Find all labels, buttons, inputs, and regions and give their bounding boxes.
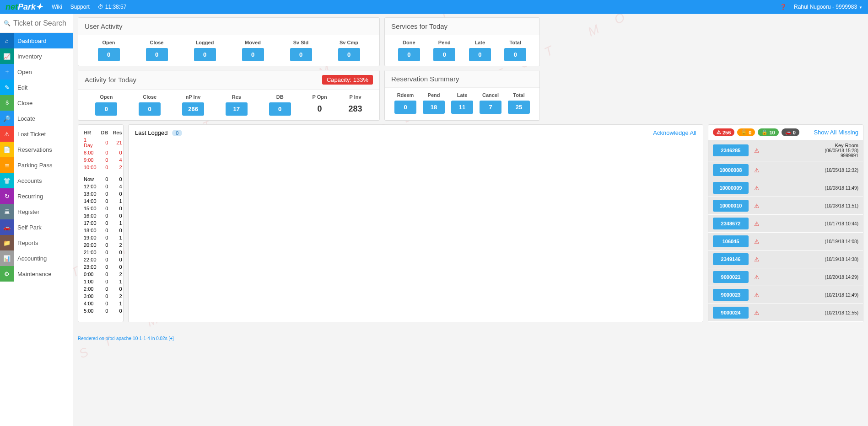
missing-panel: ⚠ 256 🔓 0 🔒 10 🚗 0 Show All Missing 2346… <box>708 124 863 322</box>
stat-p-opn: P Opn0 <box>312 94 327 116</box>
stat-value[interactable]: 18 <box>423 101 445 114</box>
sidebar-item-register[interactable]: 🏛Register <box>0 204 73 219</box>
table-row: 18:0000 <box>82 227 124 234</box>
stat-late: Late0 <box>469 40 491 61</box>
table-row: 3:0002 <box>82 293 124 299</box>
stat-value[interactable]: 17 <box>226 102 248 116</box>
maintenance-icon: ⚙ <box>0 266 14 282</box>
warning-icon: ⚠ <box>754 238 760 245</box>
ticket-button[interactable]: 2346285 <box>713 144 749 156</box>
sidebar-item-reservations[interactable]: 📄Reservations <box>0 142 73 157</box>
sidebar-item-locate[interactable]: 🔎Locate <box>0 111 73 126</box>
stat-value[interactable]: 7 <box>480 101 501 114</box>
ticket-button[interactable]: 2348672 <box>713 218 749 229</box>
sidebar-item-parking-pass[interactable]: ≣Parking Pass <box>0 157 73 173</box>
stat-value[interactable]: 0 <box>269 102 291 116</box>
sidebar-item-close[interactable]: ＄Close <box>0 95 73 111</box>
ticket-button[interactable]: 9000024 <box>713 307 749 319</box>
stat-value[interactable]: 0 <box>290 48 312 61</box>
sidebar-item-label: Reservations <box>14 146 52 153</box>
reservation-summary-panel: Reservation Summary Rdeem0Pend18Late11Ca… <box>384 70 540 121</box>
car-badge[interactable]: 🚗 0 <box>782 128 799 136</box>
sidebar-item-recurring[interactable]: ↻Recurring <box>0 188 73 204</box>
table-row: 1 Day021 <box>82 137 124 149</box>
stat-close: Close0 <box>139 94 161 116</box>
accounts-icon: 👕 <box>0 173 14 188</box>
stat-value[interactable]: 0 <box>394 101 416 114</box>
search-input[interactable] <box>13 19 69 27</box>
stat-value[interactable]: 0 <box>398 48 420 61</box>
table-row: 16:0000 <box>82 213 124 219</box>
stat-rdeem: Rdeem0 <box>394 92 416 114</box>
sidebar-item-lost-ticket[interactable]: ⚠Lost Ticket <box>0 126 73 142</box>
stat-value[interactable]: 266 <box>182 102 204 116</box>
ticket-button[interactable]: 106045 <box>713 235 749 247</box>
support-link[interactable]: Support <box>70 4 90 10</box>
ticket-button[interactable]: 10000009 <box>713 182 749 194</box>
stat-value[interactable]: 0 <box>469 48 491 61</box>
topbar: netPark✦ Wiki Support 11:38:57 Rahul Nug… <box>0 0 868 14</box>
sidebar-item-self-park[interactable]: 🚗Self Park <box>0 219 73 235</box>
alert-badge[interactable]: ⚠ 256 <box>713 128 734 136</box>
missing-meta: (10/21/18 12:55) <box>825 310 858 315</box>
recurring-icon: ↻ <box>0 188 14 204</box>
stat-value[interactable]: 0 <box>504 48 526 61</box>
stat-value[interactable]: 0 <box>139 102 161 116</box>
stat-value[interactable]: 0 <box>433 48 455 61</box>
missing-row: 10000009⚠(10/08/18 11:49) <box>708 179 863 197</box>
ticket-button[interactable]: 2349146 <box>713 253 749 265</box>
stat-value: 0 <box>318 102 322 116</box>
sidebar-item-accounts[interactable]: 👕Accounts <box>0 173 73 188</box>
sidebar-item-reports[interactable]: 📁Reports <box>0 235 73 250</box>
stat-value[interactable]: 11 <box>451 101 473 114</box>
missing-row: 2348672⚠(10/17/18 10:44) <box>708 215 863 233</box>
ticket-button[interactable]: 9000021 <box>713 271 749 283</box>
stat-db: DB0 <box>269 94 291 116</box>
sidebar-item-label: Inventory <box>14 53 42 60</box>
missing-meta: (10/05/18 12:32) <box>825 168 858 173</box>
edit-icon: ✎ <box>0 80 14 95</box>
show-all-missing-link[interactable]: Show All Missing <box>814 129 858 136</box>
sidebar-item-inventory[interactable]: 📈Inventory <box>0 48 73 64</box>
sidebar-item-open[interactable]: ＋Open <box>0 64 73 80</box>
table-row: 9:0004 <box>82 157 124 163</box>
sidebar-item-label: Edit <box>14 84 27 91</box>
stat-done: Done0 <box>398 40 420 61</box>
stat-value[interactable]: 0 <box>194 48 216 61</box>
ticket-button[interactable]: 10000008 <box>713 164 749 176</box>
sidebar-item-accounting[interactable]: 📊Accounting <box>0 250 73 266</box>
table-row: 21:0000 <box>82 249 124 256</box>
hr-table: HRDBRes1 Day0218:00009:000410:0002Now001… <box>81 128 125 315</box>
sidebar: ⌂Dashboard📈Inventory＋Open✎Edit＄Close🔎Loc… <box>0 14 73 426</box>
missing-meta: (10/08/18 11:51) <box>825 203 858 208</box>
stat-cancel: Cancel7 <box>480 92 501 114</box>
missing-row: 106045⚠(10/19/18 14:08) <box>708 233 863 250</box>
user-menu[interactable]: Rahul Nugooru - 9999983 <box>794 4 863 10</box>
search-icon <box>4 20 11 27</box>
unlocked-badge[interactable]: 🔓 0 <box>737 128 755 136</box>
missing-row: 9000024⚠(10/21/18 12:55) <box>708 304 863 322</box>
help-icon[interactable] <box>780 4 787 10</box>
services-today-panel: Services for Today Done0Pend0Late0Total0 <box>384 17 540 66</box>
table-row: 15:0000 <box>82 205 124 212</box>
stat-value[interactable]: 0 <box>242 48 264 61</box>
stat-value[interactable]: 0 <box>95 102 117 116</box>
close-icon: ＄ <box>0 95 14 111</box>
sidebar-item-label: Accounting <box>14 255 47 262</box>
stat-close: Close0 <box>146 40 168 61</box>
stat-value[interactable]: 0 <box>146 48 168 61</box>
sidebar-item-dashboard[interactable]: ⌂Dashboard <box>0 33 73 48</box>
locked-badge[interactable]: 🔒 10 <box>758 128 778 136</box>
ticket-button[interactable]: 9000023 <box>713 289 749 301</box>
missing-meta: Key Room(06/05/18 15:28)9999991 <box>825 143 858 158</box>
acknowledge-all-link[interactable]: Acknowledge All <box>653 129 696 136</box>
sidebar-item-maintenance[interactable]: ⚙Maintenance <box>0 266 73 282</box>
stat-value[interactable]: 0 <box>338 48 360 61</box>
ticket-button[interactable]: 10000010 <box>713 200 749 212</box>
stat-value[interactable]: 25 <box>508 101 530 114</box>
missing-meta: (10/19/18 14:38) <box>825 257 858 262</box>
stat-value[interactable]: 0 <box>98 48 120 61</box>
wiki-link[interactable]: Wiki <box>52 4 62 10</box>
user-activity-title: User Activity <box>78 18 379 35</box>
sidebar-item-edit[interactable]: ✎Edit <box>0 80 73 95</box>
